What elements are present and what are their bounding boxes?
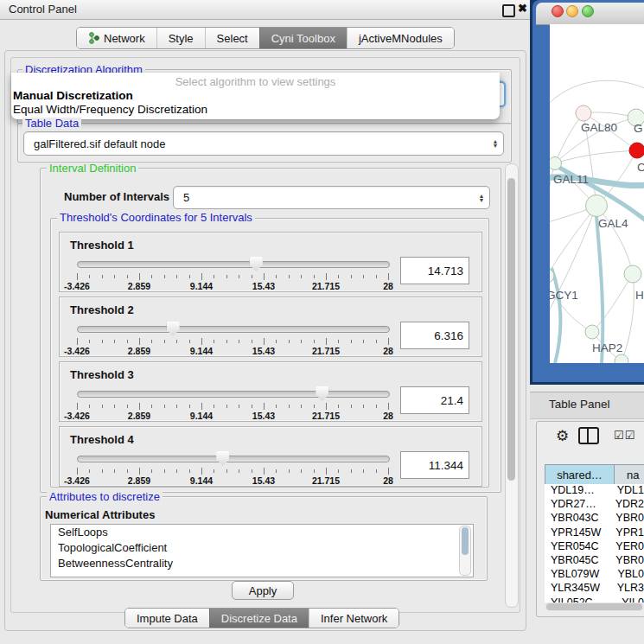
network-canvas[interactable]: GAL80GCGAL11GAL4GCY1HHAP2 bbox=[550, 24, 644, 363]
table-cell[interactable]: YBL0 bbox=[614, 568, 644, 582]
number-of-intervals-value: 5 bbox=[174, 191, 474, 204]
dropdown-item-manual-discretization[interactable]: Manual Discretization bbox=[13, 89, 133, 102]
table-row[interactable]: YER054CYER0 bbox=[545, 540, 644, 554]
apply-button[interactable]: Apply bbox=[232, 581, 294, 600]
threshold-slider[interactable]: -3.4262.8599.14415.4321.71528 bbox=[77, 451, 388, 482]
network-edge[interactable] bbox=[550, 206, 596, 276]
settings-scrollbar-thumb[interactable] bbox=[507, 178, 515, 481]
threshold-slider[interactable]: -3.4262.8599.14415.4321.71528 bbox=[77, 322, 388, 353]
table-cell[interactable]: YPR145W bbox=[545, 526, 612, 540]
network-edge[interactable] bbox=[622, 274, 634, 361]
tab-jactivemnodules[interactable]: jActiveMNodules bbox=[347, 28, 454, 48]
table-row[interactable]: YDL19…YDL1 bbox=[545, 484, 644, 498]
combo-stepper-icon[interactable]: ▲▼ bbox=[488, 139, 503, 148]
table-cell[interactable]: YIL0 bbox=[618, 596, 644, 603]
threshold-value-field[interactable] bbox=[400, 451, 469, 479]
close-icon[interactable]: ✖ bbox=[518, 2, 527, 15]
attributes-list-scrollbar[interactable] bbox=[459, 526, 471, 576]
threshold-value-field[interactable] bbox=[400, 257, 469, 284]
table-cell[interactable]: YLR3 bbox=[614, 582, 644, 596]
table-row[interactable]: YBR043CYBR0 bbox=[545, 512, 644, 526]
slider-thumb[interactable] bbox=[167, 322, 180, 336]
zoom-traffic-light[interactable] bbox=[582, 5, 594, 17]
table-cell[interactable]: YER054C bbox=[545, 540, 612, 554]
dropdown-placeholder-item[interactable]: Select algorithm to view settings bbox=[11, 75, 500, 88]
spinner-stepper-icon[interactable]: ▲▼ bbox=[474, 194, 489, 202]
threshold-slider[interactable]: -3.4262.8599.14415.4321.71528 bbox=[77, 386, 388, 418]
table-row[interactable]: YPR145WYPR1 bbox=[545, 526, 644, 540]
attributes-scrollbar-thumb[interactable] bbox=[462, 527, 469, 555]
close-traffic-light[interactable] bbox=[552, 5, 564, 17]
table-horizontal-scrollbar[interactable] bbox=[545, 603, 644, 611]
column-header-name[interactable]: na bbox=[615, 465, 644, 484]
dropdown-item-equal-width[interactable]: Equal Width/Frequency Discretization bbox=[13, 103, 207, 116]
network-edge[interactable] bbox=[550, 163, 555, 214]
table-cell[interactable]: YPR1 bbox=[612, 526, 644, 540]
minimize-traffic-light[interactable] bbox=[566, 5, 578, 17]
network-node[interactable] bbox=[615, 354, 628, 363]
tick-mark bbox=[77, 273, 78, 280]
table-cell[interactable]: YDL19… bbox=[545, 484, 614, 498]
table-cell[interactable]: YER0 bbox=[612, 540, 644, 554]
tick-mark bbox=[264, 403, 265, 410]
network-edge[interactable] bbox=[550, 80, 644, 107]
table-cell[interactable]: YBR0 bbox=[612, 512, 644, 526]
slider-thumb[interactable] bbox=[250, 257, 263, 271]
tick-mark bbox=[314, 275, 315, 278]
table-cell[interactable]: YBR0 bbox=[612, 554, 644, 568]
network-node-C[interactable] bbox=[629, 143, 644, 158]
table-cell[interactable]: YLR345W bbox=[545, 582, 614, 596]
table-cell[interactable]: YDR27… bbox=[545, 498, 612, 512]
table-cell[interactable]: YBR045C bbox=[545, 554, 612, 568]
slider-thumb[interactable] bbox=[216, 451, 229, 466]
table-row[interactable]: YIL052CYIL0 bbox=[545, 596, 644, 603]
threshold-slider[interactable]: -3.4262.8599.14415.4321.71528 bbox=[77, 257, 388, 288]
network-node-GAL80[interactable] bbox=[576, 105, 591, 121]
tab-infer-network[interactable]: Infer Network bbox=[309, 609, 399, 628]
tab-cyni-toolbox[interactable]: Cyni Toolbox bbox=[259, 28, 347, 48]
threshold-value-field[interactable] bbox=[400, 322, 469, 349]
table-row[interactable]: YLR345WYLR3 bbox=[545, 582, 644, 596]
tab-discretize-data[interactable]: Discretize Data bbox=[209, 609, 309, 628]
threshold-value-field[interactable] bbox=[400, 386, 469, 414]
table-cell[interactable]: YBL079W bbox=[545, 568, 614, 582]
table-row[interactable]: YDR27…YDR2 bbox=[545, 498, 644, 512]
number-of-intervals-spinner[interactable]: 5 ▲▼ bbox=[173, 186, 490, 209]
table-cell[interactable]: YBR043C bbox=[545, 512, 612, 526]
algorithm-dropdown-popup: Select algorithm to view settings Manual… bbox=[11, 73, 500, 119]
table-row[interactable]: YBR045CYBR0 bbox=[545, 554, 644, 568]
tab-network[interactable]: Network bbox=[77, 28, 156, 48]
table-cell[interactable]: YDR2 bbox=[612, 498, 644, 512]
attribute-list-item[interactable]: TopologicalCoefficient bbox=[51, 540, 473, 556]
table-hscrollbar-thumb[interactable] bbox=[546, 603, 642, 610]
settings-scrollbar[interactable] bbox=[505, 163, 519, 608]
slider-track[interactable] bbox=[77, 261, 390, 268]
tab-impute-data[interactable]: Impute Data bbox=[125, 609, 209, 628]
column-header-shared[interactable]: shared… bbox=[545, 465, 615, 484]
float-window-icon[interactable] bbox=[502, 4, 515, 17]
network-node-GAL4[interactable] bbox=[586, 195, 608, 217]
attribute-list-item[interactable]: BetweennessCentrality bbox=[51, 556, 473, 571]
checkbox-icons[interactable]: ☑☑ bbox=[614, 429, 635, 442]
slider-track[interactable] bbox=[77, 391, 390, 398]
network-node-H[interactable] bbox=[624, 265, 641, 283]
tick-mark bbox=[89, 469, 90, 473]
table-row[interactable]: YBL079WYBL0 bbox=[545, 568, 644, 582]
slider-track[interactable] bbox=[77, 456, 390, 462]
network-node-GAL11[interactable] bbox=[550, 157, 562, 170]
slider-track[interactable] bbox=[77, 326, 390, 333]
table-data-combobox[interactable]: galFiltered.sif default node ▲▼ bbox=[23, 131, 504, 156]
network-node-HAP2[interactable] bbox=[585, 325, 599, 339]
table-cell[interactable]: YIL052C bbox=[545, 596, 618, 603]
network-edge[interactable] bbox=[555, 113, 583, 163]
network-edge[interactable] bbox=[552, 268, 560, 363]
tab-select[interactable]: Select bbox=[205, 28, 259, 48]
split-columns-icon[interactable] bbox=[578, 427, 599, 444]
table-cell[interactable]: YDL1 bbox=[614, 484, 644, 498]
network-edge[interactable] bbox=[592, 274, 633, 332]
tab-style[interactable]: Style bbox=[156, 28, 205, 48]
slider-thumb[interactable] bbox=[316, 386, 328, 401]
gear-icon[interactable]: ⚙ bbox=[556, 427, 569, 445]
attribute-list-item[interactable]: SelfLoops bbox=[51, 525, 473, 540]
tick-mark bbox=[102, 469, 103, 473]
